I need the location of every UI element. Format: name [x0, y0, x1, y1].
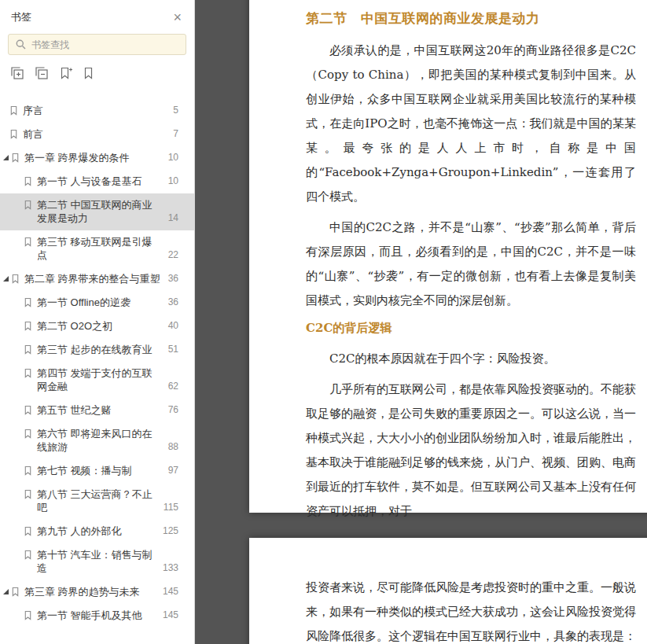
- bookmark-page-number: 125: [163, 524, 178, 538]
- bookmark-icon: [24, 405, 32, 415]
- collapse-triangle-icon[interactable]: [3, 276, 9, 282]
- bookmark-icon: [24, 200, 32, 210]
- bookmark-page-number: 10: [168, 151, 178, 164]
- bookmark-item[interactable]: 第一节 Offline的逆袭36: [0, 291, 194, 315]
- bookmark-label: 第一节 Offline的逆袭: [37, 296, 162, 309]
- bookmark-page-number: 7: [173, 127, 178, 141]
- bookmarks-panel-title: 书签: [11, 10, 31, 24]
- pdf-reader-window: 书签 ×: [0, 0, 647, 644]
- bookmark-label: 第七节 视频：播与制: [37, 464, 162, 477]
- bookmark-label: 前言: [23, 127, 167, 141]
- bookmark-flag-icon[interactable]: [83, 66, 94, 80]
- bookmark-label: 第二节 中国互联网的商业发展是动力: [37, 198, 162, 225]
- bookmark-page-number: 88: [168, 440, 178, 454]
- bookmark-icon: [11, 153, 20, 163]
- bookmark-page-number: 40: [168, 319, 178, 333]
- close-icon[interactable]: ×: [173, 12, 182, 23]
- bookmark-label: 第四节 发端于支付的互联网金融: [37, 366, 162, 393]
- bookmark-page-number: 22: [168, 248, 178, 262]
- bookmark-icon: [24, 526, 32, 536]
- bookmark-page-number: 51: [168, 343, 178, 356]
- bookmark-item[interactable]: 前言7: [0, 123, 194, 146]
- section-heading: 第二节 中国互联网的商业发展是动力: [306, 9, 636, 28]
- document-view[interactable]: 第二节 中国互联网的商业发展是动力 必须承认的是，中国互联网这20年的商业路径很…: [195, 0, 647, 644]
- document-page-1: 第二节 中国互联网的商业发展是动力 必须承认的是，中国互联网这20年的商业路径很…: [249, 0, 647, 513]
- bookmark-icon: [24, 610, 32, 620]
- bookmark-item[interactable]: 第五节 世纪之赌76: [0, 399, 194, 422]
- bookmark-icon: [24, 237, 32, 247]
- bookmark-item[interactable]: 第一章 跨界爆发的条件10: [0, 146, 194, 170]
- expand-bookmarks-icon[interactable]: [10, 66, 24, 80]
- bookmark-search[interactable]: [8, 34, 186, 55]
- bookmark-label: 第一节 智能手机及其他: [37, 609, 156, 622]
- bookmark-icon: [24, 176, 32, 186]
- bookmark-icon: [24, 429, 32, 439]
- document-page-2: 投资者来说，尽可能降低风险是考虑投资时的重中之重。一般说来，如果有一种类似的模式…: [249, 538, 647, 644]
- collapse-triangle-icon[interactable]: [3, 589, 9, 594]
- bookmark-label: 第三节 起步的在线教育业: [37, 343, 162, 356]
- bookmark-item[interactable]: 第四节 发端于支付的互联网金融62: [0, 362, 194, 399]
- paragraph: 几乎所有的互联网公司，都是依靠风险投资驱动的。不能获取足够的融资，是公司失败的重…: [306, 377, 636, 524]
- bookmark-page-number: 36: [168, 272, 178, 285]
- bookmark-icon: [24, 344, 32, 355]
- bookmark-label: 第八节 三大运营商？不止吧: [37, 488, 157, 514]
- subsection-heading: C2C的背后逻辑: [306, 321, 636, 336]
- bookmarks-panel-header: 书签 ×: [0, 0, 194, 31]
- bookmarks-toolbar: [0, 64, 194, 91]
- add-bookmark-icon[interactable]: [59, 66, 72, 80]
- collapse-triangle-icon[interactable]: [3, 155, 9, 160]
- bookmark-item[interactable]: 第三节 移动互联网是引爆点22: [0, 230, 194, 267]
- bookmark-item[interactable]: 第二节 O2O之初40: [0, 315, 194, 338]
- bookmark-label: 第三节 移动互联网是引爆点: [37, 235, 162, 262]
- bookmark-label: 第二节 O2O之初: [37, 319, 162, 333]
- bookmark-icon: [24, 368, 32, 378]
- bookmark-label: 第一章 跨界爆发的条件: [24, 151, 162, 164]
- bookmark-item[interactable]: 第二章 跨界带来的整合与重塑36: [0, 267, 194, 291]
- bookmark-page-number: 133: [163, 561, 178, 575]
- bookmark-page-number: 76: [168, 403, 178, 417]
- bookmark-page-number: 145: [163, 585, 178, 598]
- bookmark-item[interactable]: 第一节 智能手机及其他145: [0, 604, 194, 627]
- bookmark-item[interactable]: 第十节 汽车业：销售与制造133: [0, 543, 194, 580]
- bookmark-label: 第六节 即将迎来风口的在线旅游: [37, 427, 162, 454]
- paragraph: C2C的根本原因就在于四个字：风险投资。: [306, 347, 636, 371]
- bookmark-search-input[interactable]: [31, 39, 178, 50]
- bookmark-icon: [9, 105, 18, 116]
- bookmark-icon: [24, 466, 32, 476]
- search-icon: [16, 39, 26, 50]
- bookmark-page-number: 115: [164, 501, 178, 514]
- bookmark-icon: [24, 321, 32, 331]
- paragraph: 投资者来说，尽可能降低风险是考虑投资时的重中之重。一般说来，如果有一种类似的模式…: [306, 576, 636, 644]
- bookmark-item[interactable]: 第八节 三大运营商？不止吧115: [0, 483, 194, 520]
- bookmark-icon: [24, 489, 32, 499]
- bookmark-label: 序言: [23, 104, 167, 117]
- bookmark-label: 第九节 人的外部化: [37, 524, 156, 538]
- bookmark-item[interactable]: 第二节 中国互联网的商业发展是动力14: [0, 193, 194, 230]
- bookmark-page-number: 5: [173, 104, 178, 117]
- bookmark-icon: [24, 297, 32, 307]
- bookmark-tree[interactable]: 序言5前言7第一章 跨界爆发的条件10第一节 人与设备是基石10第二节 中国互联…: [0, 91, 194, 644]
- bookmark-item[interactable]: 第三节 起步的在线教育业51: [0, 338, 194, 362]
- bookmark-label: 第十节 汽车业：销售与制造: [37, 548, 156, 575]
- paragraph: 中国的C2C之路，并不是“山寨”、“抄袭”那么简单，背后有深层原因，而且，必须看…: [306, 215, 636, 313]
- bookmarks-panel: 书签 ×: [0, 0, 195, 644]
- bookmark-item[interactable]: 第一节 人与设备是基石10: [0, 170, 194, 193]
- bookmark-icon: [24, 550, 32, 560]
- bookmark-page-number: 36: [168, 296, 178, 309]
- bookmark-label: 第一节 人与设备是基石: [37, 175, 162, 188]
- bookmark-icon: [11, 587, 20, 597]
- collapse-bookmarks-icon[interactable]: [35, 66, 49, 80]
- bookmark-item[interactable]: 第三章 跨界的趋势与未来145: [0, 580, 194, 604]
- bookmark-page-number: 97: [168, 464, 178, 477]
- bookmark-icon: [9, 129, 18, 139]
- bookmark-item[interactable]: 序言5: [0, 99, 194, 123]
- bookmark-item[interactable]: 第六节 即将迎来风口的在线旅游88: [0, 422, 194, 459]
- bookmark-page-number: 10: [168, 175, 178, 188]
- bookmark-page-number: 62: [168, 380, 178, 393]
- bookmark-item[interactable]: 第七节 视频：播与制97: [0, 459, 194, 483]
- bookmark-item[interactable]: 第九节 人的外部化125: [0, 520, 194, 543]
- bookmark-label: 第三章 跨界的趋势与未来: [24, 585, 156, 598]
- bookmark-label: 第五节 世纪之赌: [37, 403, 162, 417]
- bookmark-label: 第二章 跨界带来的整合与重塑: [24, 272, 162, 285]
- bookmark-page-number: 14: [168, 212, 178, 225]
